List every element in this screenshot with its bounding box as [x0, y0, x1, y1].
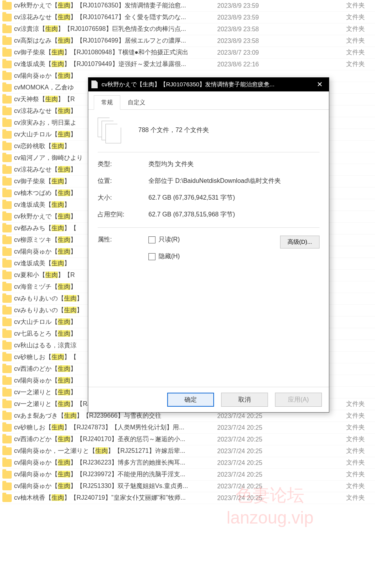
- file-type: 文件夹: [307, 435, 373, 443]
- file-name: cv陽向葵ゅか【生肉】【RJ239972】不能使用的洗脑手淫支...: [14, 470, 217, 479]
- file-row[interactable]: cv陽向葵ゅか【生肉】【RJ236223】博多方言的她擅长掏耳...2023/7…: [0, 457, 375, 469]
- file-date: 2023/7/24 20:25: [217, 424, 307, 431]
- folder-icon: [2, 389, 12, 397]
- file-date: 2023/8/9 23:59: [217, 14, 307, 21]
- file-name: cv西浦のどか【生肉】【RJ240170】圣夜的惩罚～邂逅的小...: [14, 435, 217, 443]
- file-row[interactable]: cv御子柴泉【生肉】【RJ01080948】T横缝●和个拍摄正式演出2023/8…: [0, 47, 375, 59]
- dialog-titlebar[interactable]: cv秋野かえで【生肉】【RJ01076350】发情调情妻子能治愈疲惫... ✕: [88, 77, 329, 91]
- folder-icon: [2, 272, 12, 279]
- folder-icon: [2, 400, 12, 408]
- disk-value: 62.7 GB (67,378,515,968 字节): [148, 211, 320, 219]
- file-row[interactable]: cv涼貴涼【生肉】【RJ01076598】巨乳色情圣女の肉棒污点...2023/…: [0, 23, 375, 35]
- file-row[interactable]: cv陽向葵ゅか【生肉】【RJ251330】双子魅魔姐姐Vs.童贞勇...2023…: [0, 481, 375, 492]
- folder-icon: [2, 49, 12, 57]
- summary-text: 788 个文件，72 个文件夹: [138, 126, 209, 134]
- advanced-button[interactable]: 高级(D)...: [280, 236, 320, 248]
- file-name: cv秋野かえで【生肉】【RJ01076350】发情调情妻子能治愈...: [14, 2, 217, 10]
- folder-icon: [2, 225, 12, 232]
- close-button[interactable]: ✕: [310, 77, 329, 91]
- folder-icon: [2, 107, 12, 115]
- file-name: cv高梨はなみ【生肉】【RJ01076499】居候エルフとの濃厚...: [14, 37, 217, 45]
- file-date: 2023/8/9 23:58: [217, 26, 307, 33]
- dialog-body: 788 个文件，72 个文件夹 类型: 类型均为 文件夹 位置: 全部位于 D:…: [88, 110, 329, 387]
- file-name: cv陽向葵ゅか【生肉】【RJ236223】博多方言的她擅长掏耳...: [14, 459, 217, 467]
- multi-document-icon: [98, 118, 123, 143]
- folder-icon: [2, 189, 12, 197]
- file-type: 文件夹: [307, 482, 373, 490]
- folder-icon: [2, 131, 12, 139]
- file-type: 文件夹: [307, 459, 373, 467]
- attr-label: 属性:: [98, 236, 148, 244]
- file-date: 2023/8/9 23:59: [217, 2, 307, 9]
- file-type: 文件夹: [307, 447, 373, 455]
- file-row[interactable]: cv柚木桃香【生肉】【RJ240719】"皇家女仆艾丽娜"和"牧师...2023…: [0, 492, 375, 504]
- folder-icon: [2, 119, 12, 127]
- file-date: 2023/7/24 20:25: [217, 448, 307, 455]
- file-date: 2023/7/24 20:25: [217, 413, 307, 420]
- file-row[interactable]: cv涼花みなせ【生肉】【RJ01076417】全く愛を隠す気のな...2023/…: [0, 12, 375, 23]
- file-name: cvあま裂あづき【生肉】【RJ239666】与雪夜的交往: [14, 412, 217, 420]
- folder-icon: [2, 342, 12, 350]
- type-label: 类型:: [98, 160, 148, 168]
- file-type: 文件夹: [307, 13, 373, 21]
- folder-icon: [2, 143, 12, 150]
- size-value: 62.7 GB (67,376,942,531 字节): [148, 194, 320, 202]
- folder-icon: [2, 154, 12, 162]
- folder-icon: [2, 365, 12, 373]
- file-name: cv御子柴泉【生肉】【RJ01080948】T横缝●和个拍摄正式演出: [14, 48, 217, 57]
- folder-icon: [2, 307, 12, 315]
- file-type: 文件夹: [307, 494, 373, 502]
- folder-icon: [2, 295, 12, 303]
- folder-icon: [2, 436, 12, 443]
- folder-icon: [2, 201, 12, 209]
- file-type: 文件夹: [307, 60, 373, 68]
- folder-icon: [2, 72, 12, 80]
- file-type: 文件夹: [307, 37, 373, 45]
- ok-button[interactable]: 确定: [167, 393, 214, 407]
- apply-button[interactable]: 应用(A): [275, 393, 322, 407]
- folder-icon: [2, 213, 12, 221]
- folder-icon: [2, 424, 12, 432]
- folder-icon: [2, 84, 12, 92]
- readonly-checkbox[interactable]: [148, 236, 155, 243]
- file-type: 文件夹: [307, 48, 373, 57]
- file-date: 2023/8/9 23:58: [217, 38, 307, 45]
- file-name: cv涼花みなせ【生肉】【RJ01076417】全く愛を隠す気のな...: [14, 13, 217, 21]
- dialog-title: cv秋野かえで【生肉】【RJ01076350】发情调情妻子能治愈疲惫...: [102, 81, 310, 88]
- file-row[interactable]: cv陽向葵ゅか，一之瀬りと【生肉】【RJ251271】许嫁后辈...2023/7…: [0, 445, 375, 457]
- folder-icon: [2, 96, 12, 104]
- folder-icon: [2, 14, 12, 21]
- tab-custom[interactable]: 自定义: [120, 95, 153, 110]
- disk-label: 占用空间:: [98, 211, 148, 219]
- file-type: 文件夹: [307, 2, 373, 10]
- folder-icon: [2, 2, 12, 10]
- folder-icon: [2, 483, 12, 490]
- file-row[interactable]: cv西浦のどか【生肉】【RJ240170】圣夜的惩罚～邂逅的小...2023/7…: [0, 434, 375, 445]
- folder-icon: [2, 412, 12, 420]
- folder-icon: [2, 283, 12, 291]
- file-row[interactable]: cv秋野かえで【生肉】【RJ01076350】发情调情妻子能治愈...2023/…: [0, 0, 375, 12]
- file-row[interactable]: cv砂糖しお【生肉】【RJ247873】【人类M男性化计划】用...2023/7…: [0, 422, 375, 434]
- hidden-label: 隐藏(H): [159, 252, 180, 261]
- type-value: 类型均为 文件夹: [148, 160, 320, 168]
- tab-general[interactable]: 常规: [94, 95, 120, 110]
- folder-icon: [2, 494, 12, 502]
- folder-icon: [2, 471, 12, 479]
- file-name: cv涼貴涼【生肉】【RJ01076598】巨乳色情圣女の肉棒污点...: [14, 25, 217, 33]
- size-label: 大小:: [98, 194, 148, 202]
- file-type: 文件夹: [307, 470, 373, 479]
- file-name: cv柚木桃香【生肉】【RJ240719】"皇家女仆艾丽娜"和"牧师...: [14, 494, 217, 502]
- file-row[interactable]: cv高梨はなみ【生肉】【RJ01076499】居候エルフとの濃厚...2023/…: [0, 35, 375, 47]
- file-row[interactable]: cv陽向葵ゅか【生肉】【RJ239972】不能使用的洗脑手淫支...2023/7…: [0, 469, 375, 481]
- file-row[interactable]: cv逢坂成美【生肉】【RJ01079449】逆强奸～爱太过暴露很...2023/…: [0, 59, 375, 70]
- document-icon: [91, 80, 98, 88]
- folder-icon: [2, 236, 12, 244]
- hidden-checkbox[interactable]: [148, 253, 155, 260]
- file-type: 文件夹: [307, 412, 373, 420]
- folder-icon: [2, 178, 12, 186]
- file-date: 2023/7/24 20:25: [217, 495, 307, 502]
- folder-icon: [2, 260, 12, 268]
- cancel-button[interactable]: 取消: [221, 393, 268, 407]
- file-date: 2023/7/24 20:25: [217, 436, 307, 443]
- folder-icon: [2, 318, 12, 326]
